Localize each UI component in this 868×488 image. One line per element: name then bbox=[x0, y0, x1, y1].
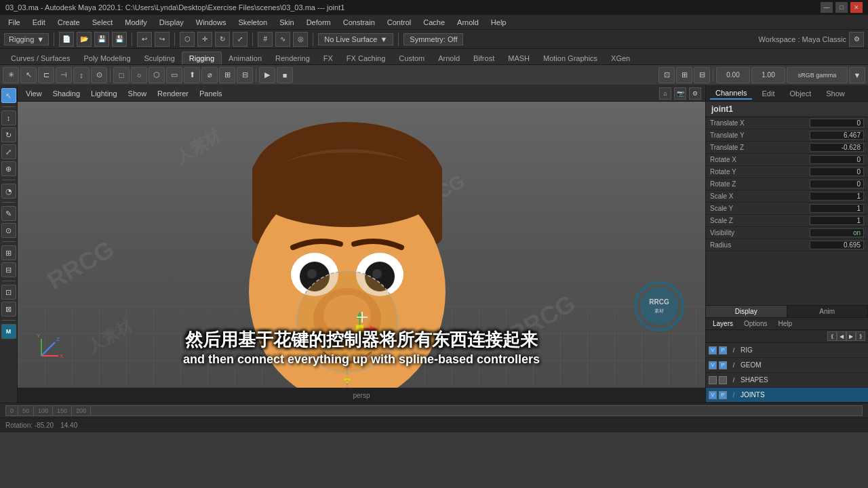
tab-bifrost[interactable]: Bifrost bbox=[467, 52, 501, 64]
shelf-btn-merge[interactable]: ⊟ bbox=[237, 67, 253, 83]
layer-shapes-p[interactable] bbox=[719, 376, 727, 384]
menu-skeleton[interactable]: Skeleton bbox=[233, 17, 273, 28]
save-scene-button[interactable]: 💾 bbox=[94, 32, 109, 47]
menu-arnold[interactable]: Arnold bbox=[452, 17, 484, 28]
layer-joints-p[interactable]: P bbox=[719, 391, 727, 399]
display-tab[interactable]: Display bbox=[706, 306, 787, 317]
tab-custom[interactable]: Custom bbox=[392, 52, 431, 64]
shelf-btn-cube[interactable]: □ bbox=[113, 67, 130, 83]
layer-nav-right[interactable]: ▶ bbox=[846, 331, 856, 341]
move-tool[interactable]: ✛ bbox=[197, 32, 212, 47]
layer-joints-v[interactable]: V bbox=[709, 391, 717, 399]
color-space-arrow[interactable]: ▼ bbox=[849, 67, 865, 83]
tab-arnold[interactable]: Arnold bbox=[431, 52, 467, 64]
shelf-btn-lasso[interactable]: ⊏ bbox=[38, 67, 54, 83]
snap-tool[interactable]: ⊡ bbox=[1, 285, 16, 300]
vp-menu-panels[interactable]: Panels bbox=[195, 88, 226, 99]
minimize-button[interactable]: — bbox=[821, 2, 833, 13]
menu-modify[interactable]: Modify bbox=[119, 17, 152, 28]
shelf-btn-move[interactable]: ↕ bbox=[73, 67, 90, 83]
menu-skin[interactable]: Skin bbox=[274, 17, 299, 28]
scale-tool-left[interactable]: ⤢ bbox=[1, 144, 16, 159]
menu-file[interactable]: File bbox=[3, 17, 26, 28]
vp-menu-view[interactable]: View bbox=[22, 88, 46, 99]
vp-menu-lighting[interactable]: Lighting bbox=[87, 88, 121, 99]
help-subtab[interactable]: Help bbox=[774, 319, 796, 328]
shelf-btn-cylinder[interactable]: ⬡ bbox=[149, 67, 165, 83]
menu-constrain[interactable]: Constrain bbox=[338, 17, 380, 28]
shelf-btn-paint[interactable]: ⊣ bbox=[56, 67, 72, 83]
lattice-tool[interactable]: ⊟ bbox=[1, 262, 16, 277]
tab-rigging[interactable]: Rigging bbox=[182, 52, 222, 64]
layer-rig-p[interactable]: P bbox=[719, 346, 727, 354]
shelf-btn-2[interactable]: ↖ bbox=[20, 67, 37, 83]
viewport-canvas[interactable]: RRCG RRCG RRCG 人素材 人素材 人素材 bbox=[18, 102, 705, 388]
move-tool-left[interactable]: ↕ bbox=[1, 110, 16, 125]
rotate-tool-left[interactable]: ↻ bbox=[1, 127, 16, 142]
tab-xgen[interactable]: XGen bbox=[604, 52, 637, 64]
tab-channels[interactable]: Channels bbox=[710, 87, 752, 100]
layer-nav-right-right[interactable]: ⟫ bbox=[856, 331, 865, 341]
vp-home[interactable]: ⌂ bbox=[659, 87, 671, 100]
vp-camera[interactable]: 📷 bbox=[674, 87, 686, 100]
universal-tool[interactable]: ⊕ bbox=[1, 161, 16, 176]
symmetry-button[interactable]: Symmetry: Off bbox=[403, 33, 463, 45]
tab-sculpting[interactable]: Sculpting bbox=[138, 52, 182, 64]
cluster-tool[interactable]: ⊞ bbox=[1, 245, 16, 260]
tab-object[interactable]: Object bbox=[784, 88, 816, 99]
tab-fx[interactable]: FX bbox=[317, 52, 340, 64]
shelf-btn-sphere[interactable]: ○ bbox=[131, 67, 147, 83]
anim-tab[interactable]: Anim bbox=[787, 306, 869, 317]
tab-poly-modeling[interactable]: Poly Modeling bbox=[77, 52, 137, 64]
vp-menu-shading[interactable]: Shading bbox=[49, 88, 84, 99]
open-scene-button[interactable]: 📂 bbox=[77, 32, 92, 47]
shelf-btn-bridge[interactable]: ⊞ bbox=[219, 67, 235, 83]
menu-cache[interactable]: Cache bbox=[418, 17, 450, 28]
viewport-layout-single[interactable]: ⊡ bbox=[658, 67, 675, 83]
close-button[interactable]: ✕ bbox=[850, 2, 863, 13]
menu-control[interactable]: Control bbox=[382, 17, 416, 28]
viewport[interactable]: View Shading Lighting Show Renderer Pane… bbox=[18, 85, 705, 403]
rotate-tool[interactable]: ↻ bbox=[215, 32, 230, 47]
tab-edit[interactable]: Edit bbox=[756, 88, 780, 99]
viewport-layout-4[interactable]: ⊞ bbox=[676, 67, 692, 83]
select-tool[interactable]: ⬡ bbox=[180, 32, 195, 47]
layer-geom-v[interactable]: V bbox=[709, 361, 717, 369]
snap-grid[interactable]: # bbox=[258, 32, 273, 47]
menu-create[interactable]: Create bbox=[52, 17, 85, 28]
layer-nav-left[interactable]: ◀ bbox=[837, 331, 846, 341]
tab-fx-caching[interactable]: FX Caching bbox=[340, 52, 392, 64]
save-as-button[interactable]: 💾 bbox=[112, 32, 127, 47]
tab-motion-graphics[interactable]: Motion Graphics bbox=[536, 52, 604, 64]
layer-shapes-v[interactable] bbox=[709, 376, 717, 384]
layer-geom-p[interactable]: P bbox=[719, 361, 727, 369]
menu-select[interactable]: Select bbox=[87, 17, 119, 28]
select-tool-left[interactable]: ↖ bbox=[1, 88, 16, 103]
layer-nav-left-left[interactable]: ⟪ bbox=[827, 331, 837, 341]
snap-point[interactable]: ◎ bbox=[293, 32, 308, 47]
workspace-settings[interactable]: ⚙ bbox=[849, 32, 864, 47]
color-space[interactable]: sRGB gamma bbox=[787, 67, 848, 83]
snap-curve[interactable]: ∿ bbox=[275, 32, 290, 47]
menu-display[interactable]: Display bbox=[154, 17, 189, 28]
undo-button[interactable]: ↩ bbox=[137, 32, 152, 47]
measure-tool[interactable]: ⊠ bbox=[1, 302, 16, 317]
layers-subtab[interactable]: Layers bbox=[709, 319, 737, 328]
shelf-btn-joint[interactable]: ⊙ bbox=[91, 67, 107, 83]
menu-edit[interactable]: Edit bbox=[27, 17, 51, 28]
new-scene-button[interactable]: 📄 bbox=[59, 32, 74, 47]
viewport-layout-top[interactable]: ⊟ bbox=[694, 67, 710, 83]
layer-rig-v[interactable]: V bbox=[709, 346, 717, 354]
shelf-btn-1[interactable]: ✳ bbox=[3, 67, 19, 83]
tab-show[interactable]: Show bbox=[821, 88, 850, 99]
paint-tool[interactable]: ✎ bbox=[1, 206, 16, 221]
maximize-button[interactable]: □ bbox=[835, 2, 848, 13]
shelf-btn-bevel[interactable]: ⌀ bbox=[201, 67, 218, 83]
menu-deform[interactable]: Deform bbox=[301, 17, 336, 28]
sculpt-tool[interactable]: ⊙ bbox=[1, 223, 16, 238]
shelf-btn-render[interactable]: ▶ bbox=[259, 67, 275, 83]
timeline-marks[interactable]: 0 50 100 150 200 bbox=[5, 405, 863, 416]
shelf-btn-render2[interactable]: ■ bbox=[277, 67, 293, 83]
layer-joints[interactable]: V P / JOINTS bbox=[706, 388, 868, 403]
vp-menu-renderer[interactable]: Renderer bbox=[153, 88, 193, 99]
